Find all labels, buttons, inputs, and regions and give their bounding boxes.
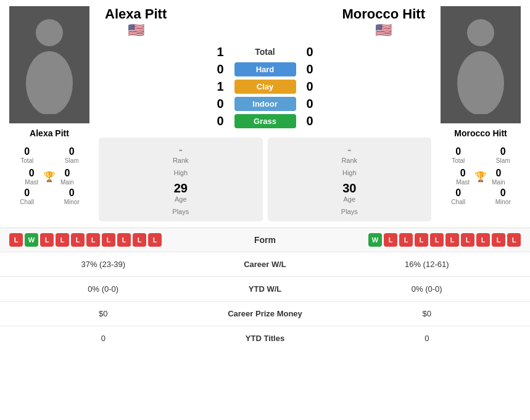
bottom-stat-center-2: Career Prize Money — [197, 309, 333, 318]
score-grass-right: 0 — [296, 114, 324, 128]
svg-point-3 — [457, 51, 504, 114]
score-grass-label[interactable]: Grass — [234, 114, 296, 128]
bottom-stat-center-0: Career W/L — [197, 260, 333, 269]
left-plays-lbl: Plays — [172, 208, 189, 215]
left-form-pills: LWLLLLLLLL — [9, 233, 162, 247]
left-age-lbl: Age — [175, 196, 187, 203]
center-block: Alexa Pitt 🇺🇸 Morocco Hitt 🇺🇸 1 Total 0 — [93, 6, 437, 224]
right-age-val: 30 — [342, 181, 356, 196]
left-minor-val: 0 Minor — [54, 187, 90, 205]
main-container: Alexa Pitt 0 Total 0 Slam 0 Mast 🏆 — [0, 0, 530, 350]
form-section: LWLLLLLLLL Form WLLLLLLLLL — [0, 228, 530, 252]
score-hard-left: 0 — [207, 62, 234, 76]
right-player-block: Morocco Hitt 0 Total 0 Slam 0 Mast 🏆 — [437, 6, 524, 224]
form-pill-l: L — [399, 233, 413, 247]
right-player-name-center: Morocco Hitt — [342, 6, 425, 22]
form-pill-l: L — [415, 233, 428, 247]
bottom-stat-row-2: $0 Career Prize Money $0 — [0, 301, 530, 326]
right-stats-grid: 0 Total 0 Slam 0 Mast 🏆 0 Main — [437, 146, 524, 205]
score-total-right: 0 — [296, 45, 324, 59]
svg-point-0 — [36, 19, 63, 46]
bottom-stat-row-0: 37% (23-39) Career W/L 16% (12-61) — [0, 252, 530, 276]
right-mast-lbl: Mast — [456, 179, 470, 186]
right-flag: 🇺🇸 — [375, 22, 392, 38]
bottom-stat-center-1: YTD W/L — [197, 284, 333, 294]
right-rank-lbl: Rank — [341, 157, 357, 164]
right-age-lbl: Age — [343, 196, 355, 203]
bottom-stat-right-0: 16% (12-61) — [333, 260, 521, 269]
form-pill-l: L — [476, 233, 490, 247]
left-high-lbl: High — [173, 169, 188, 176]
form-pill-l: L — [86, 233, 100, 247]
right-main-lbl: Main — [492, 179, 505, 186]
form-pill-w: W — [368, 233, 382, 247]
bottom-stat-left-0: 37% (23-39) — [9, 260, 197, 269]
right-chall-val: 0 Chall — [441, 187, 476, 205]
svg-point-2 — [467, 19, 494, 46]
left-stats-grid: 0 Total 0 Slam 0 Mast 🏆 0 Main — [6, 146, 93, 205]
form-pill-l: L — [384, 233, 397, 247]
right-total-val: 0 Total — [441, 146, 476, 164]
score-grass-left: 0 — [207, 114, 234, 128]
right-main-val: 0 — [492, 168, 505, 179]
score-indoor-right: 0 — [296, 97, 324, 111]
bottom-stat-left-3: 0 — [9, 334, 197, 343]
left-player-block: Alexa Pitt 0 Total 0 Slam 0 Mast 🏆 — [6, 6, 93, 224]
bottom-stats: 37% (23-39) Career W/L 16% (12-61) 0% (0… — [0, 252, 530, 350]
form-pill-l: L — [148, 233, 162, 247]
stat-cards: - Rank High 29 Age Plays — [93, 134, 437, 224]
form-pill-l: L — [492, 233, 505, 247]
score-row-grass: 0 Grass 0 — [99, 114, 431, 128]
left-rank-val: - — [179, 144, 183, 157]
score-row-total: 1 Total 0 — [99, 44, 431, 59]
left-mast-val: 0 — [25, 168, 38, 179]
right-slam-val: 0 Slam — [486, 146, 521, 164]
right-plays-lbl: Plays — [341, 208, 358, 215]
form-pill-l: L — [56, 233, 69, 247]
score-clay-right: 0 — [296, 80, 324, 94]
form-pill-l: L — [102, 233, 115, 247]
form-pill-l: L — [9, 233, 23, 247]
right-mast-val: 0 — [456, 168, 470, 179]
form-pill-l: L — [461, 233, 474, 247]
right-player-photo — [441, 6, 521, 123]
left-slam-val: 0 Slam — [54, 146, 90, 164]
form-pill-l: L — [133, 233, 146, 247]
svg-point-1 — [26, 51, 73, 114]
bottom-stat-row-3: 0 YTD Titles 0 — [0, 326, 530, 350]
left-flag: 🇺🇸 — [128, 22, 144, 38]
bottom-stat-right-3: 0 — [333, 334, 521, 343]
top-section: Alexa Pitt 0 Total 0 Slam 0 Mast 🏆 — [0, 0, 530, 228]
score-clay-label[interactable]: Clay — [234, 80, 296, 94]
left-main-lbl: Main — [60, 179, 74, 186]
bottom-stat-center-3: YTD Titles — [197, 334, 333, 343]
right-player-name: Morocco Hitt — [454, 128, 507, 138]
bottom-stat-left-1: 0% (0-0) — [9, 284, 197, 294]
right-high-lbl: High — [342, 169, 357, 176]
bottom-stat-left-2: $0 — [9, 309, 197, 318]
left-rank-lbl: Rank — [173, 157, 189, 164]
score-total-left: 1 — [207, 45, 234, 59]
right-stat-card: - Rank High 30 Age Plays — [268, 138, 432, 221]
score-row-hard: 0 Hard 0 — [99, 62, 431, 76]
form-label: Form — [254, 235, 276, 245]
form-pill-l: L — [445, 233, 459, 247]
left-main-val: 0 — [60, 168, 74, 179]
score-rows: 1 Total 0 0 Hard 0 1 Clay 0 0 — [93, 41, 437, 134]
score-clay-left: 1 — [207, 80, 234, 94]
score-indoor-label[interactable]: Indoor — [234, 97, 296, 111]
left-stat-card: - Rank High 29 Age Plays — [99, 138, 263, 221]
bottom-stat-row-1: 0% (0-0) YTD W/L 0% (0-0) — [0, 276, 530, 301]
left-mast-lbl: Mast — [25, 179, 38, 186]
form-pill-l: L — [430, 233, 444, 247]
left-chall-val: 0 Chall — [9, 187, 45, 205]
score-hard-label[interactable]: Hard — [234, 62, 296, 76]
right-minor-val: 0 Minor — [486, 187, 521, 205]
form-pill-l: L — [507, 233, 521, 247]
bottom-stat-right-1: 0% (0-0) — [333, 284, 521, 294]
left-total-val: 0 Total — [9, 146, 45, 164]
score-hard-right: 0 — [296, 62, 324, 76]
form-pill-l: L — [117, 233, 131, 247]
left-trophy-icon: 🏆 — [43, 171, 56, 183]
score-row-clay: 1 Clay 0 — [99, 80, 431, 94]
